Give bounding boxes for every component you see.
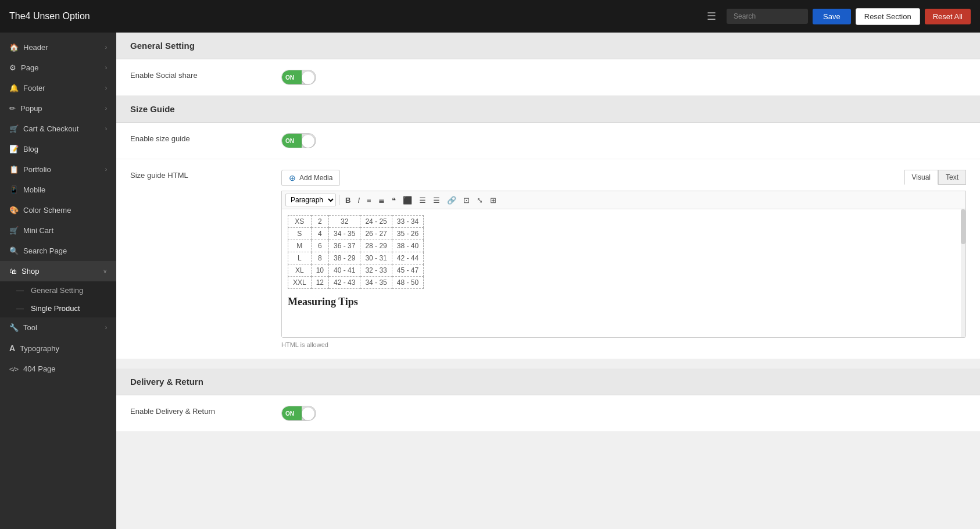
setting-control: ON xyxy=(281,406,966,421)
ordered-list-button[interactable]: ≣ xyxy=(375,194,388,206)
align-right-button[interactable]: ☰ xyxy=(430,194,443,206)
toggle-thumb xyxy=(302,135,314,148)
search-input[interactable] xyxy=(727,9,808,24)
toggle-on-label: ON xyxy=(282,134,302,148)
add-media-button[interactable]: ⊕ Add Media xyxy=(281,170,340,186)
sidebar-item-label: Color Scheme xyxy=(23,206,71,215)
reset-all-button[interactable]: Reset All xyxy=(925,9,971,24)
cart-icon: 🛒 xyxy=(9,124,19,133)
chevron-right-icon: › xyxy=(105,65,107,71)
gear-icon: ⚙ xyxy=(9,63,16,72)
media-icon: ⊕ xyxy=(289,173,296,183)
code-icon: </> xyxy=(9,366,19,373)
section-size-guide-header: Size Guide xyxy=(116,96,980,123)
sidebar-item-typography[interactable]: A Typography xyxy=(0,338,116,359)
sidebar-sub-item-general-setting[interactable]: — General Setting xyxy=(0,281,116,299)
chevron-right-icon: › xyxy=(105,85,107,91)
search-icon: 🔍 xyxy=(9,246,19,255)
save-button[interactable]: Save xyxy=(813,9,851,24)
sidebar-item-popup[interactable]: ✏ Popup › xyxy=(0,98,116,119)
hamburger-icon[interactable]: ☰ xyxy=(707,10,716,23)
align-left-button[interactable]: ⬛ xyxy=(400,194,415,206)
portfolio-icon: 📋 xyxy=(9,165,19,174)
mini-cart-icon: 🛒 xyxy=(9,226,19,235)
layout: 🏠 Header › ⚙ Page › 🔔 Footer › ✏ Popup xyxy=(0,33,980,529)
sidebar-item-portfolio[interactable]: 📋 Portfolio › xyxy=(0,159,116,180)
setting-label: Enable Social share xyxy=(130,70,281,80)
sidebar-item-label: Blog xyxy=(23,145,38,153)
sidebar-sub-item-single-product[interactable]: — Single Product xyxy=(0,299,116,317)
sidebar-item-cart-checkout[interactable]: 🛒 Cart & Checkout › xyxy=(0,119,116,139)
editor-scrollbar[interactable] xyxy=(961,209,965,337)
table-button[interactable]: ⊞ xyxy=(487,194,499,206)
blog-icon: 📝 xyxy=(9,145,19,153)
tab-visual[interactable]: Visual xyxy=(904,170,938,185)
sidebar-item-label: Shop xyxy=(22,267,39,276)
sidebar-sub-label: Single Product xyxy=(31,304,80,313)
home-icon: 🏠 xyxy=(9,43,19,52)
editor-content[interactable]: XS23224 - 2533 - 34S434 - 3526 - 2735 - … xyxy=(282,209,965,337)
html-hint: HTML is allowed xyxy=(281,338,966,348)
dash-icon: — xyxy=(16,286,24,295)
editor-toolbar: Paragraph B I ≡ ≣ ❝ ⬛ ☰ ☰ 🔗 ⊡ ⤡ xyxy=(282,191,965,209)
setting-label: Enable Delivery & Return xyxy=(130,406,281,416)
sidebar-item-label: Tool xyxy=(23,323,37,332)
link-button[interactable]: 🔗 xyxy=(444,194,459,206)
toggle-enable-social-share[interactable]: ON xyxy=(281,70,316,85)
setting-label: Size guide HTML xyxy=(130,170,281,180)
sidebar-item-blog[interactable]: 📝 Blog xyxy=(0,139,116,159)
toggle-enable-size-guide[interactable]: ON xyxy=(281,133,316,148)
toggle-enable-delivery-return[interactable]: ON xyxy=(281,406,316,421)
setting-enable-size-guide: Enable size guide ON xyxy=(116,123,980,159)
paragraph-select[interactable]: Paragraph xyxy=(285,194,336,206)
bell-icon: 🔔 xyxy=(9,84,19,92)
chevron-right-icon: › xyxy=(105,105,107,112)
section-title: Size Guide xyxy=(130,104,175,114)
setting-enable-delivery-return: Enable Delivery & Return ON xyxy=(116,395,980,432)
toggle-on-label: ON xyxy=(282,406,302,420)
sidebar-item-label: Mobile xyxy=(23,185,45,194)
sidebar-item-shop[interactable]: 🛍 Shop ∨ xyxy=(0,261,116,281)
sidebar-item-footer[interactable]: 🔔 Footer › xyxy=(0,78,116,98)
reset-section-button[interactable]: Reset Section xyxy=(856,8,920,25)
topbar: The4 Unsen Option ☰ Save Reset Section R… xyxy=(0,0,980,33)
chevron-down-icon: ∨ xyxy=(103,268,107,274)
toggle-thumb xyxy=(302,72,314,84)
sidebar-item-search-page[interactable]: 🔍 Search Page xyxy=(0,241,116,261)
mobile-icon: 📱 xyxy=(9,185,19,194)
palette-icon: 🎨 xyxy=(9,206,19,215)
shop-icon: 🛍 xyxy=(9,267,17,276)
unordered-list-button[interactable]: ≡ xyxy=(364,194,374,206)
sidebar-sub-shop: — General Setting — Single Product xyxy=(0,281,116,317)
sidebar-item-label: 404 Page xyxy=(23,364,56,373)
setting-control: ON xyxy=(281,70,966,85)
sidebar-item-404-page[interactable]: </> 404 Page xyxy=(0,359,116,379)
dash-icon: — xyxy=(16,304,24,313)
sidebar-item-mobile[interactable]: 📱 Mobile xyxy=(0,180,116,200)
setting-enable-social-share: Enable Social share ON xyxy=(116,59,980,96)
tool-icon: 🔧 xyxy=(9,323,19,332)
sidebar-sub-label: General Setting xyxy=(31,286,83,295)
sidebar-item-label: Footer xyxy=(23,84,45,92)
app-title: The4 Unsen Option xyxy=(9,11,90,22)
italic-button[interactable]: I xyxy=(355,194,363,206)
bold-button[interactable]: B xyxy=(342,194,353,206)
sidebar-item-label: Popup xyxy=(20,104,42,113)
fullwidth-button[interactable]: ⊡ xyxy=(460,194,473,206)
sidebar-item-header[interactable]: 🏠 Header › xyxy=(0,37,116,58)
sidebar-item-mini-cart[interactable]: 🛒 Mini Cart xyxy=(0,220,116,241)
section-title: Delivery & Return xyxy=(130,377,203,387)
section-title: General Setting xyxy=(130,41,195,51)
expand-button[interactable]: ⤡ xyxy=(474,194,486,206)
blockquote-button[interactable]: ❝ xyxy=(389,194,399,206)
sidebar-item-page[interactable]: ⚙ Page › xyxy=(0,58,116,78)
scrollbar-thumb xyxy=(961,209,965,244)
topbar-actions: ☰ Save Reset Section Reset All xyxy=(707,8,971,25)
tab-text[interactable]: Text xyxy=(938,170,966,185)
measuring-tips: Measuring Tips xyxy=(288,296,960,308)
sidebar-item-tool[interactable]: 🔧 Tool › xyxy=(0,317,116,338)
setting-control: ON xyxy=(281,133,966,148)
typography-icon: A xyxy=(9,344,15,353)
sidebar-item-color-scheme[interactable]: 🎨 Color Scheme xyxy=(0,200,116,220)
align-center-button[interactable]: ☰ xyxy=(416,194,429,206)
